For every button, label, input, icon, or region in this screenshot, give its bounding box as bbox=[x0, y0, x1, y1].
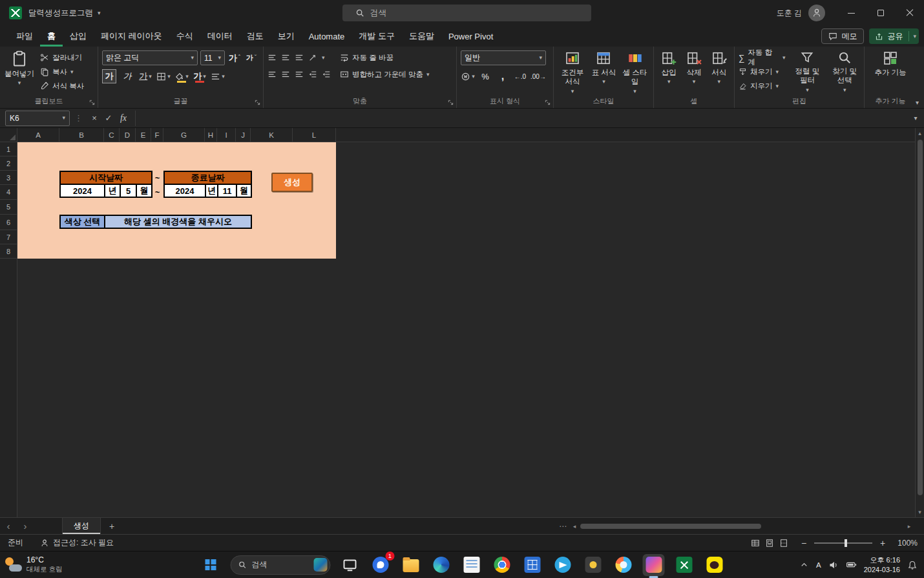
row-header-8[interactable]: 8 bbox=[0, 244, 17, 259]
percent-style-button[interactable]: % bbox=[478, 69, 492, 83]
name-box-dropdown-icon[interactable]: ▾ bbox=[62, 115, 65, 121]
start-year-cell[interactable]: 2024 bbox=[60, 184, 105, 197]
cut-button[interactable]: 잘라내기 bbox=[40, 50, 84, 65]
font-size-select[interactable]: 11 ▾ bbox=[200, 50, 225, 65]
ribbon-tab-developer[interactable]: 개발 도구 bbox=[352, 26, 402, 47]
start-month-cell[interactable]: 5 bbox=[120, 184, 136, 197]
ribbon-tab-review[interactable]: 검토 bbox=[240, 26, 271, 47]
ribbon-tab-home[interactable]: 홈 bbox=[40, 26, 63, 47]
dialog-launcher-icon[interactable] bbox=[545, 100, 551, 105]
share-button[interactable]: 공유 ▾ bbox=[869, 28, 919, 44]
normal-view-button[interactable] bbox=[751, 539, 760, 548]
column-header-d[interactable]: D bbox=[120, 128, 136, 142]
taskbar-app-telegram[interactable] bbox=[552, 554, 574, 576]
end-year-label-cell[interactable]: 년 bbox=[205, 184, 218, 197]
chevron-down-icon[interactable]: ▾ bbox=[98, 10, 101, 16]
taskbar-search[interactable]: 검색 bbox=[231, 555, 331, 575]
column-header-j[interactable]: J bbox=[236, 128, 251, 142]
dialog-launcher-icon[interactable] bbox=[255, 100, 260, 105]
column-header-a[interactable]: A bbox=[17, 128, 59, 142]
align-middle-icon[interactable] bbox=[281, 53, 290, 62]
row-header-7[interactable]: 7 bbox=[0, 230, 17, 244]
dialog-launcher-icon[interactable] bbox=[448, 100, 454, 105]
color-hint-cell[interactable]: 해당 셀의 배경색을 채우시오 bbox=[105, 215, 251, 228]
grid-body[interactable]: 시작날짜 2024 년 5 월 ~ ~ 종료날짜 2024 년 11 월 bbox=[17, 142, 915, 517]
shrink-font-button[interactable]: 가 ˇ bbox=[244, 51, 258, 65]
close-button[interactable] bbox=[895, 0, 924, 26]
addins-button[interactable]: 추가 기능 bbox=[870, 50, 911, 77]
taskbar-app-spreadsheet[interactable] bbox=[521, 554, 543, 576]
cell-styles-button[interactable]: 셀 스타일 ▾ bbox=[620, 50, 649, 94]
excel-logo-icon[interactable] bbox=[9, 6, 22, 19]
merge-center-button[interactable]: 병합하고 가운데 맞춤 ▾ bbox=[340, 67, 429, 81]
vertical-scrollbar[interactable]: ▴ ▾ bbox=[915, 128, 924, 517]
zoom-slider-thumb[interactable] bbox=[845, 539, 847, 547]
horizontal-scrollbar-thumb[interactable] bbox=[580, 524, 761, 529]
taskbar-app-file-explorer[interactable] bbox=[400, 554, 422, 576]
taskbar-app-active[interactable] bbox=[643, 554, 665, 576]
sheet-tab-overflow-icon[interactable]: ⋯ bbox=[556, 518, 570, 534]
scroll-up-icon[interactable]: ▴ bbox=[916, 128, 924, 138]
column-header-l[interactable]: L bbox=[293, 128, 336, 142]
sort-filter-button[interactable]: 정렬 및 필터 ▾ bbox=[792, 50, 823, 93]
row-header-4[interactable]: 4 bbox=[0, 185, 17, 200]
taskbar-app-browser2[interactable] bbox=[613, 554, 635, 576]
taskbar-app-monitor[interactable] bbox=[339, 554, 361, 576]
minimize-button[interactable] bbox=[837, 0, 866, 26]
align-top-icon[interactable] bbox=[268, 53, 277, 62]
align-right-icon[interactable] bbox=[295, 70, 304, 79]
decrease-indent-icon[interactable] bbox=[308, 70, 317, 79]
start-button[interactable] bbox=[199, 553, 222, 577]
row-header-2[interactable]: 2 bbox=[0, 156, 17, 171]
color-select-cell[interactable]: 색상 선택 bbox=[60, 215, 105, 228]
bold-button[interactable]: 가 bbox=[102, 69, 116, 83]
dialog-launcher-icon[interactable] bbox=[89, 100, 95, 105]
taskbar-app-excel[interactable] bbox=[673, 554, 695, 576]
start-date-header-cell[interactable]: 시작날짜 bbox=[60, 171, 152, 184]
align-bottom-icon[interactable] bbox=[295, 53, 304, 62]
borders-button[interactable]: ▾ bbox=[156, 69, 171, 83]
taskbar-app-notes[interactable] bbox=[461, 554, 483, 576]
sheet-nav-left-icon[interactable]: ‹ bbox=[0, 518, 17, 534]
align-left-icon[interactable] bbox=[268, 70, 277, 79]
font-name-select[interactable]: 맑은 고딕 ▾ bbox=[102, 50, 198, 65]
taskbar-app-misc[interactable] bbox=[582, 554, 604, 576]
share-dropdown-icon[interactable]: ▾ bbox=[913, 34, 916, 39]
end-date-header-cell[interactable]: 종료날짜 bbox=[164, 171, 251, 184]
generate-button[interactable]: 생성 bbox=[271, 173, 313, 192]
taskbar-app-kakaotalk[interactable] bbox=[704, 554, 726, 576]
ribbon-tab-formulas[interactable]: 수식 bbox=[169, 26, 200, 47]
number-format-select[interactable]: 일반 ▾ bbox=[461, 50, 546, 65]
accessibility-status[interactable]: 접근성: 조사 필요 bbox=[40, 537, 114, 548]
wrap-text-button[interactable]: 자동 줄 바꿈 bbox=[340, 50, 429, 65]
row-header-5[interactable]: 5 bbox=[0, 200, 17, 215]
cancel-entry-button[interactable]: × bbox=[87, 113, 101, 123]
comments-button[interactable]: 메모 bbox=[821, 28, 864, 44]
insert-cells-button[interactable]: 삽입 ▾ bbox=[658, 50, 680, 85]
fill-color-button[interactable]: ▾ bbox=[174, 69, 189, 83]
weather-widget[interactable]: 16°C 대체로 흐림 bbox=[5, 555, 102, 573]
zoom-level-label[interactable]: 100% bbox=[893, 539, 918, 548]
ribbon-tab-file[interactable]: 파일 bbox=[9, 26, 40, 47]
copy-button[interactable]: 복사 ▾ bbox=[40, 65, 84, 79]
colored-cell-block[interactable] bbox=[17, 142, 336, 259]
horizontal-scrollbar-track[interactable] bbox=[579, 523, 905, 530]
sheet-tab-active[interactable]: 생성 bbox=[62, 518, 101, 534]
ribbon-tab-page-layout[interactable]: 페이지 레이아웃 bbox=[94, 26, 169, 47]
grow-font-button[interactable]: 가 ˆ bbox=[227, 51, 242, 65]
row-header-6[interactable]: 6 bbox=[0, 215, 17, 230]
start-year-label-cell[interactable]: 년 bbox=[105, 184, 120, 197]
clock[interactable]: 오후 6:16 2024-03-16 bbox=[864, 555, 900, 575]
sheet-nav-right-icon[interactable]: › bbox=[17, 518, 34, 534]
ribbon-collapse-icon[interactable]: ▾ bbox=[916, 99, 919, 106]
end-month-label-cell[interactable]: 월 bbox=[236, 184, 251, 197]
column-header-h[interactable]: H bbox=[205, 128, 217, 142]
ribbon-tab-data[interactable]: 데이터 bbox=[200, 26, 240, 47]
notification-bell-icon[interactable] bbox=[907, 560, 918, 570]
autosum-button[interactable]: ∑ 자동 합계 ▾ bbox=[739, 50, 786, 65]
scroll-right-icon[interactable]: ▸ bbox=[905, 523, 914, 530]
name-box[interactable]: K6 ▾ bbox=[5, 111, 70, 126]
app-title-group[interactable]: 달력생성프로그램 ▾ bbox=[28, 8, 101, 19]
scroll-down-icon[interactable]: ▾ bbox=[916, 507, 924, 517]
titlebar-search[interactable]: 검색 bbox=[342, 5, 591, 21]
